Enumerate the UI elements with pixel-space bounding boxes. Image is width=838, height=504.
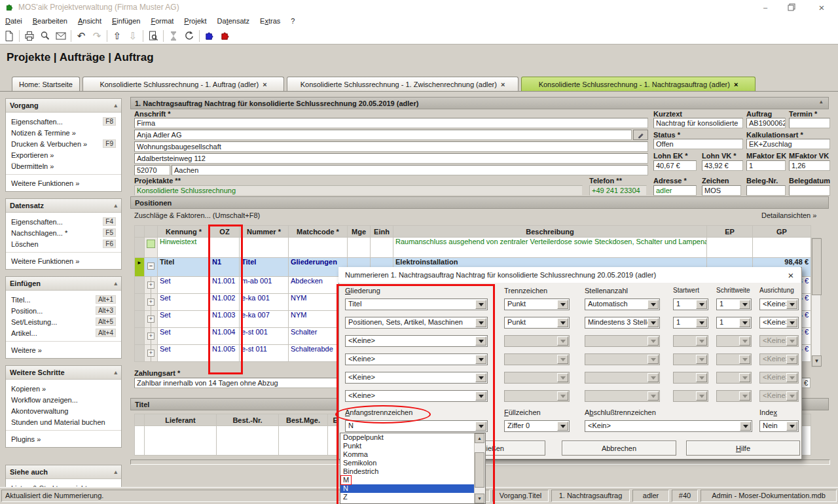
minimize-button[interactable]: –	[754, 0, 776, 14]
menu-datensatz[interactable]: Datensatz	[212, 16, 255, 26]
panel-vorgang-header[interactable]: Vorgang ▴	[6, 99, 121, 113]
scroll-down-icon[interactable]: ▼	[812, 355, 822, 367]
sidebar-item-titel[interactable]: Titel...Alt+1	[6, 294, 121, 305]
option-bindestrich[interactable]: Bindestrich	[340, 467, 475, 476]
tab-home[interactable]: Home: Startseite	[12, 77, 80, 91]
kalkulationsart-input[interactable]: EK+Zuschlag	[746, 139, 830, 149]
lohn-ek-input[interactable]: 40,67 €	[653, 160, 697, 171]
expand-node-icon[interactable]: +	[147, 281, 155, 289]
anschrift-zeile1-input[interactable]: Firma	[134, 118, 648, 128]
sidebar-item-kopieren[interactable]: Kopieren »	[6, 383, 121, 394]
menu-extras[interactable]: Extras	[255, 16, 285, 26]
sidebar-item-stunden-material[interactable]: Stunden und Material buchen	[6, 416, 121, 427]
sidebar-item-exportieren[interactable]: Exportieren »	[6, 149, 121, 160]
sidebar-item-akontoverwaltung[interactable]: Akontoverwaltung	[6, 405, 121, 416]
scroll-down-icon[interactable]: ▼	[475, 494, 484, 503]
scrollbar-thumb[interactable]	[812, 238, 822, 295]
plugin-blue-button[interactable]	[202, 29, 217, 43]
termin-input[interactable]	[789, 118, 830, 128]
close-tab-icon[interactable]: ×	[263, 81, 266, 88]
menu-einfuegen[interactable]: Einfügen	[107, 16, 145, 26]
move-down-button[interactable]: ⇩	[125, 29, 141, 43]
panel-siehe-auch-header[interactable]: Siehe auch ▴	[6, 465, 121, 479]
sidebar-item-uebermitteln[interactable]: Übermitteln »	[6, 160, 121, 171]
option-m[interactable]: M	[340, 476, 475, 484]
scroll-up-icon[interactable]: ▲	[475, 433, 484, 443]
sidebar-item-weitere-funktionen-datensatz[interactable]: Weitere Funktionen »	[6, 255, 121, 266]
ort-input[interactable]: Aachen	[172, 165, 648, 175]
abschlusstrennzeichen-select[interactable]: <Kein>	[585, 420, 752, 432]
hourglass-button[interactable]	[166, 29, 181, 43]
sidebar-item-workflow-anzeigen[interactable]: Workflow anzeigen...	[6, 394, 121, 405]
belegdatum-input[interactable]	[789, 185, 830, 196]
zeichen-input[interactable]: MOS	[702, 185, 741, 196]
sidebar-item-notizen-termine[interactable]: Notizen & Termine »	[6, 127, 121, 138]
beleg-nr-input[interactable]	[746, 185, 786, 196]
zuschlaege-faktoren-link[interactable]: Zuschläge & Faktoren... (Umschalt+F8)	[134, 211, 260, 219]
print-preview-button[interactable]	[37, 29, 53, 43]
startwert-select-1[interactable]: 1	[673, 298, 708, 310]
abbrechen-button[interactable]: Abbrechen	[562, 441, 676, 456]
sidebar-item-position[interactable]: Position...Alt+3	[6, 305, 121, 316]
lohn-vk-input[interactable]: 43,92 €	[702, 160, 743, 171]
stellenanzahl-select-2[interactable]: Mindestens 3 Stellen	[585, 317, 660, 329]
collapse-form-icon[interactable]: ▴	[820, 98, 823, 105]
option-z[interactable]: Z	[340, 493, 475, 501]
anschrift-zeile2-input[interactable]: Anja Adler AG	[134, 130, 632, 140]
index-select[interactable]: Nein	[759, 420, 799, 432]
close-tab-icon[interactable]: ×	[734, 81, 738, 88]
dropdown-scrollbar[interactable]: ▲ ▼	[474, 433, 485, 503]
sidebar-item-drucken-verbuchen[interactable]: Drucken & Verbuchen »F9	[6, 138, 121, 149]
anschrift-zeile4-input[interactable]: Adalbertsteinweg 112	[134, 153, 648, 164]
tab-auftrag[interactable]: Konsolidierte Schlussrechnung - 1. Auftr…	[82, 77, 284, 91]
menu-hilfe[interactable]: ?	[285, 16, 300, 26]
schrittweite-select-2[interactable]: 1	[716, 317, 752, 329]
sidebar-item-weitere[interactable]: Weitere »	[6, 344, 121, 355]
panel-weitere-schritte-header[interactable]: Weitere Schritte ▴	[6, 366, 121, 380]
hilfe-button[interactable]: Hilfe	[686, 441, 800, 456]
kurztext-input[interactable]: Nachtrag für konsolidierte	[653, 118, 743, 128]
menu-bearbeiten[interactable]: Bearbeiten	[27, 16, 73, 26]
gliederung-select-2[interactable]: Positionen, Sets, Artikel, Maschinen	[345, 317, 488, 329]
mfaktor-vk-input[interactable]: 1,26	[789, 160, 830, 171]
panel-einfuegen-header[interactable]: Einfügen ▴	[6, 277, 121, 291]
refresh-button[interactable]	[181, 29, 197, 43]
option-semikolon[interactable]: Semikolon	[340, 459, 475, 467]
fuellzeichen-select[interactable]: Ziffer 0	[504, 420, 570, 432]
anschrift-zeile3-input[interactable]: Wohnungsbaugesellschaft	[134, 141, 648, 152]
tab-nachtragsauftrag[interactable]: Konsolidierte Schlussrechnung - 1. Nacht…	[521, 77, 756, 91]
trennzeichen-select-2[interactable]: Punkt	[504, 317, 570, 329]
expand-node-icon[interactable]: +	[147, 298, 155, 306]
sidebar-item-plugins[interactable]: Plugins »	[6, 433, 121, 444]
telefon-value[interactable]: +49 241 23304	[589, 185, 647, 196]
collapse-node-icon[interactable]: −	[147, 262, 155, 270]
redo-button[interactable]: ↷	[89, 29, 105, 43]
sidebar-item-nachschlagen[interactable]: Nachschlagen... *F5	[6, 227, 121, 238]
address-edit-button[interactable]	[633, 130, 648, 140]
undo-button[interactable]: ↶	[73, 29, 89, 43]
menu-ansicht[interactable]: Ansicht	[73, 16, 107, 26]
mfaktor-ek-input[interactable]: 1	[746, 160, 786, 171]
maximize-button[interactable]	[780, 0, 803, 14]
sidebar-item-loeschen[interactable]: LöschenF6	[6, 238, 121, 249]
menu-datei[interactable]: Datei	[0, 16, 27, 26]
gliederung-select-6[interactable]: <Keine>	[345, 390, 488, 402]
gliederung-select-5[interactable]: <Keine>	[345, 372, 488, 384]
expand-node-icon[interactable]: +	[147, 350, 155, 357]
gliederung-select-4[interactable]: <Keine>	[345, 353, 488, 365]
email-button[interactable]	[53, 29, 69, 43]
sidebar-item-weitere-funktionen-vorgang[interactable]: Weitere Funktionen »	[6, 177, 121, 189]
option-doppelpunkt[interactable]: Doppelpunkt	[340, 433, 475, 442]
menu-projekt[interactable]: Projekt	[179, 16, 211, 26]
sidebar-item-eigenschaften-datensatz[interactable]: Eigenschaften...F4	[6, 216, 121, 227]
ausrichtung-select-1[interactable]: <Keine>	[759, 298, 799, 310]
trennzeichen-select-1[interactable]: Punkt	[504, 298, 570, 310]
startwert-select-2[interactable]: 1	[673, 317, 708, 329]
expand-node-icon[interactable]: +	[147, 315, 155, 323]
close-button[interactable]: ×	[811, 0, 833, 14]
adresse-input[interactable]: adler	[653, 185, 697, 196]
print-button[interactable]	[22, 29, 37, 43]
gliederung-select-3[interactable]: <Keine>	[345, 335, 488, 347]
sidebar-item-set-leistung[interactable]: Set/Leistung...Alt+5	[6, 316, 121, 327]
ausrichtung-select-2[interactable]: <Keine>	[759, 317, 799, 329]
